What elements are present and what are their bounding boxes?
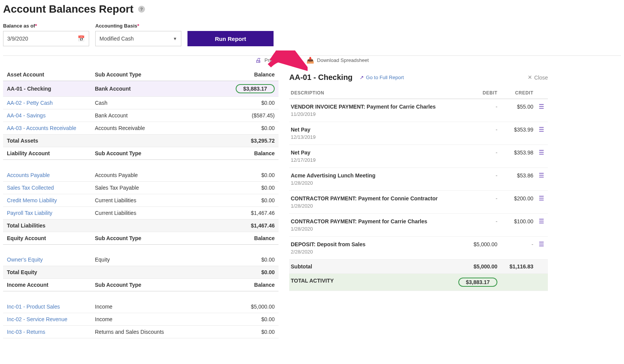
help-icon[interactable]: ? (138, 6, 145, 13)
detail-body: VENDOR INVOICE PAYMENT: Payment for Carr… (289, 99, 548, 291)
table-row: Owner's Equity Equity $0.00 (3, 253, 279, 266)
balance-asof-input[interactable]: 📅 (3, 31, 89, 46)
table-row: Inc-02 - Service Revenue Income $0.00 (3, 313, 279, 325)
account-link[interactable]: Owner's Equity (3, 253, 91, 266)
table-row: Payroll Tax Liability Current Liabilitie… (3, 206, 279, 219)
table-row: AA-04 - Savings Bank Account ($587.45) (3, 109, 279, 122)
print-icon: 🖨 (255, 57, 261, 64)
calendar-icon[interactable]: 📅 (78, 35, 85, 42)
account-link[interactable]: Accounts Payable (3, 169, 91, 182)
account-link[interactable]: AA-01 - Checking (3, 81, 91, 97)
filters-bar: Balance as of* 📅 Accounting Basis* Modif… (3, 23, 621, 56)
total-row: Total Equity$0.00 (3, 266, 279, 279)
detail-row: CONTRACTOR PAYMENT: Payment for Connie C… (289, 191, 548, 214)
equity-body: Owner's Equity Equity $0.00Total Equity$… (3, 253, 279, 279)
print-report-button[interactable]: 🖨 Print Report (255, 57, 291, 64)
assets-table: Asset Account Sub Account Type Balance A… (3, 68, 279, 147)
assets-body: AA-01 - Checking Bank Account $3,883.17A… (3, 81, 279, 147)
download-icon: 📥 (306, 57, 314, 64)
close-panel-button[interactable]: × Close (528, 73, 548, 81)
row-menu-icon[interactable]: ☰ (539, 150, 544, 155)
liab-body: Accounts Payable Accounts Payable $0.00S… (3, 169, 279, 232)
detail-row: Net Pay12/13/2019 - $353.99 ☰ (289, 122, 548, 145)
table-row: AA-02 - Petty Cash Cash $0.00 (3, 97, 279, 109)
account-link[interactable]: Inc-01 - Product Sales (3, 301, 91, 313)
col-sub-account: Sub Account Type (91, 68, 195, 81)
accounting-basis-select[interactable]: Modified Cash ▼ (95, 31, 181, 46)
external-link-icon: ↗ (360, 75, 364, 80)
table-row: AA-01 - Checking Bank Account $3,883.17 (3, 81, 279, 97)
download-spreadsheet-button[interactable]: 📥 Download Spreadsheet (306, 57, 369, 64)
accounting-basis-label: Accounting Basis* (95, 23, 181, 29)
report-table-area: Asset Account Sub Account Type Balance A… (3, 68, 279, 338)
table-row: Accounts Payable Accounts Payable $0.00 (3, 169, 279, 182)
table-row: Credit Memo Liability Current Liabilitie… (3, 194, 279, 206)
toolbar: 🖨 Print Report 📥 Download Spreadsheet (3, 57, 621, 68)
detail-row: DEPOSIT: Deposit from Sales2/28/2020 $5,… (289, 237, 548, 260)
account-link[interactable]: Payroll Tax Liability (3, 206, 91, 219)
detail-row: Net Pay12/17/2019 - $353.98 ☰ (289, 145, 548, 168)
row-menu-icon[interactable]: ☰ (539, 173, 544, 178)
balance-asof-label: Balance as of* (3, 23, 89, 29)
account-link[interactable]: AA-02 - Petty Cash (3, 97, 91, 109)
table-row: Inc-03 - Returns Returns and Sales Disco… (3, 325, 279, 338)
account-link[interactable]: Inc-03 - Returns (3, 325, 91, 338)
account-link[interactable]: AA-04 - Savings (3, 109, 91, 122)
table-row: AA-03 - Accounts Receivable Accounts Rec… (3, 122, 279, 135)
liabilities-table: Liability Account Sub Account Type Balan… (3, 147, 279, 232)
detail-panel: AA-01 - Checking ↗ Go to Full Report × C… (285, 68, 552, 338)
account-link[interactable]: Inc-02 - Service Revenue (3, 313, 91, 325)
col-balance: Balance (195, 68, 279, 81)
income-table: Income Account Sub Account Type Balance … (3, 279, 279, 338)
detail-row: Acme Advertising Lunch Meeting1/28/2020 … (289, 168, 548, 191)
row-menu-icon[interactable]: ☰ (539, 242, 544, 247)
income-body: Inc-01 - Product Sales Income $5,000.00I… (3, 301, 279, 338)
chevron-down-icon: ▼ (173, 36, 177, 41)
detail-row: CONTRACTOR PAYMENT: Payment for Carrie C… (289, 214, 548, 237)
row-menu-icon[interactable]: ☰ (539, 127, 544, 132)
total-row: Total Liabilities$1,467.46 (3, 219, 279, 232)
detail-table: DESCRIPTION DEBIT CREDIT VENDOR INVOICE … (289, 87, 548, 291)
close-icon: × (528, 73, 532, 81)
col-asset-account: Asset Account (3, 68, 91, 81)
go-to-full-report-link[interactable]: ↗ Go to Full Report (360, 75, 404, 80)
run-report-button[interactable]: Run Report (187, 31, 274, 46)
detail-row: VENDOR INVOICE PAYMENT: Payment for Carr… (289, 99, 548, 122)
panel-title: AA-01 - Checking (289, 73, 353, 82)
total-row: Total Assets$3,295.72 (3, 135, 279, 147)
page-title: Account Balances Report (3, 3, 134, 15)
row-menu-icon[interactable]: ☰ (539, 196, 544, 201)
row-menu-icon[interactable]: ☰ (539, 219, 544, 224)
equity-table: Equity Account Sub Account Type Balance … (3, 232, 279, 279)
table-row: Sales Tax Collected Sales Tax Payable $0… (3, 181, 279, 194)
account-link[interactable]: AA-03 - Accounts Receivable (3, 122, 91, 135)
account-link[interactable]: Credit Memo Liability (3, 194, 91, 206)
row-menu-icon[interactable]: ☰ (539, 104, 544, 109)
balance-asof-field[interactable] (7, 36, 68, 42)
account-link[interactable]: Sales Tax Collected (3, 181, 91, 194)
table-row: Inc-01 - Product Sales Income $5,000.00 (3, 301, 279, 313)
